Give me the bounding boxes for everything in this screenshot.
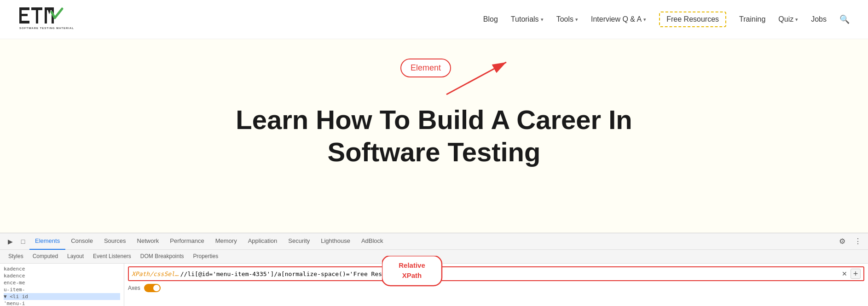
dom-line: u-item-	[4, 286, 120, 293]
axes-label: Axes	[128, 285, 140, 291]
logo[interactable]: SOFTWARE TESTING MATERIAL	[18, 5, 74, 34]
headline-line2: Software Testing	[328, 137, 541, 167]
dom-line: ence-me	[4, 279, 120, 286]
tab-console[interactable]: Console	[65, 233, 98, 250]
tab-elements[interactable]: Elements	[29, 233, 65, 250]
element-bubble: Element	[400, 59, 451, 77]
tab-memory[interactable]: Memory	[210, 233, 243, 250]
tab-security[interactable]: Security	[283, 233, 315, 250]
logo-letters: SOFTWARE TESTING MATERIAL	[18, 5, 74, 34]
devtools-inspect-icon[interactable]: □	[17, 235, 29, 248]
quiz-chevron-icon: ▾	[795, 17, 798, 23]
devtools-gear-area: ⚙ ⋮	[836, 235, 864, 248]
tab-lighthouse[interactable]: Lighthouse	[315, 233, 356, 250]
svg-text:SOFTWARE TESTING MATERIAL: SOFTWARE TESTING MATERIAL	[19, 27, 74, 29]
nav-links: Blog Tutorials ▾ Tools ▾ Interview Q & A…	[483, 12, 850, 27]
logo-top: SOFTWARE TESTING MATERIAL	[18, 5, 74, 34]
xpath-close-icon[interactable]: ✕	[840, 270, 849, 278]
nav-blog[interactable]: Blog	[483, 15, 498, 24]
devtools-content: kadence kadence ence-me u-item- ▼ <li id…	[0, 264, 868, 306]
svg-rect-4	[31, 7, 42, 10]
toggle-knob	[153, 285, 160, 291]
search-icon[interactable]: 🔍	[839, 14, 850, 24]
nav-training[interactable]: Training	[739, 15, 765, 24]
xpath-input[interactable]	[180, 271, 839, 277]
tab-performance[interactable]: Performance	[164, 233, 209, 250]
tutorials-chevron-icon: ▾	[541, 17, 544, 23]
nav-jobs[interactable]: Jobs	[811, 15, 827, 24]
tools-chevron-icon: ▾	[575, 17, 578, 23]
devtools-toolbar: ▶ □ Elements Console Sources Network Per…	[0, 233, 868, 250]
axes-row: Axes	[128, 284, 864, 292]
dom-line-selected[interactable]: ▼ <li id	[4, 293, 120, 300]
tab-adblock[interactable]: AdBlock	[356, 233, 389, 250]
logo-area: SOFTWARE TESTING MATERIAL	[18, 5, 74, 34]
dom-tree: kadence kadence ence-me u-item- ▼ <li id…	[0, 264, 124, 306]
site-header: SOFTWARE TESTING MATERIAL Blog Tutorials…	[0, 0, 868, 39]
dom-line: kadence	[4, 265, 120, 272]
xpath-selector-icon: XPath/cssSel…	[132, 271, 179, 277]
tab-network[interactable]: Network	[132, 233, 165, 250]
nav-interview-qa[interactable]: Interview Q & A ▾	[591, 15, 646, 24]
tab-sources[interactable]: Sources	[98, 233, 132, 250]
svg-rect-1	[19, 7, 29, 10]
nav-tools[interactable]: Tools ▾	[556, 15, 578, 24]
dom-line: 'menu-i	[4, 300, 120, 306]
devtools-cursor-icon[interactable]: ▶	[4, 235, 17, 248]
subtab-computed[interactable]: Computed	[28, 250, 63, 264]
svg-rect-5	[36, 10, 38, 24]
nav-tutorials[interactable]: Tutorials ▾	[511, 15, 544, 24]
svg-marker-9	[47, 7, 52, 14]
svg-line-11	[446, 62, 506, 94]
nav-free-resources[interactable]: Free Resources	[659, 12, 726, 27]
subtab-styles[interactable]: Styles	[4, 250, 28, 264]
xpath-add-icon[interactable]: +	[851, 269, 861, 279]
headline: Learn How To Build A Career In Software …	[236, 104, 632, 168]
axes-toggle[interactable]	[144, 284, 161, 292]
page-wrapper: SOFTWARE TESTING MATERIAL Blog Tutorials…	[0, 0, 868, 306]
nav-quiz[interactable]: Quiz ▾	[778, 15, 798, 24]
main-content: Learn How To Build A Career In Software …	[0, 39, 868, 233]
svg-rect-2	[19, 14, 28, 16]
devtools-subtoolbar: Styles Computed Layout Event Listeners D…	[0, 250, 868, 264]
svg-rect-3	[19, 21, 29, 24]
settings-icon[interactable]: ⚙	[836, 235, 849, 248]
subtab-event-listeners[interactable]: Event Listeners	[88, 250, 136, 264]
subtab-properties[interactable]: Properties	[189, 250, 223, 264]
xpath-bar-area: XPath/cssSel… ✕ + Axes	[124, 264, 868, 306]
devtools-more-icon[interactable]: ⋮	[851, 235, 864, 248]
tab-application[interactable]: Application	[243, 233, 283, 250]
subtab-dom-breakpoints[interactable]: DOM Breakpoints	[136, 250, 189, 264]
logo-svg: SOFTWARE TESTING MATERIAL	[18, 5, 74, 30]
xpath-row: XPath/cssSel… ✕ +	[128, 266, 864, 281]
subtab-layout[interactable]: Layout	[63, 250, 88, 264]
devtools-panel: ▶ □ Elements Console Sources Network Per…	[0, 233, 868, 306]
interview-chevron-icon: ▾	[643, 17, 646, 23]
dom-line: kadence	[4, 272, 120, 279]
headline-line1: Learn How To Build A Career In	[236, 105, 632, 135]
